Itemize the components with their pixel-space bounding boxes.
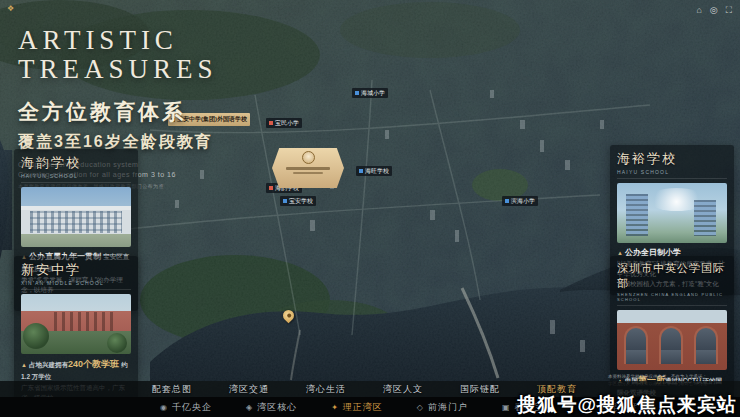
brand-ornament-icon: ❖	[7, 4, 14, 13]
school-marker-icon	[269, 121, 273, 125]
tab-living[interactable]: 湾心生活	[306, 383, 346, 396]
map-label[interactable]: 宝民小学	[266, 118, 302, 128]
tab-culture[interactable]: 湾区人文	[383, 383, 423, 396]
school-card-subtitle: HAIYU SCHOOL	[617, 169, 727, 179]
tab-transport[interactable]: 湾区交通	[229, 383, 269, 396]
school-card-subtitle: HAIYUN SCHOOL	[21, 173, 131, 183]
school-photo	[21, 187, 131, 247]
fullscreen-icon[interactable]: ⛶	[726, 5, 732, 16]
map-label[interactable]: 海旺学校	[356, 166, 392, 176]
hero-title-line1: ARTISTIC	[18, 26, 218, 55]
school-card-title: 海韵学校	[21, 154, 131, 172]
school-card-subtitle: XIN'AN MIDDLE SCHOOL	[21, 280, 131, 290]
sohu-watermark: 搜狐号@搜狐焦点来宾站	[517, 392, 737, 417]
school-marker-icon	[269, 186, 273, 190]
school-card-title: 深圳市中英公学国际部	[617, 261, 727, 291]
presentation-screen: ❖ ⌂ ◎ ⛶ ARTISTIC TREASURES 全方位教育体系 覆盖3至1…	[0, 0, 740, 417]
diamond-icon: ◈	[246, 403, 253, 412]
school-card-title: 新安中学	[21, 261, 131, 279]
badge-text-bar	[293, 172, 323, 174]
school-marker-icon	[359, 169, 363, 173]
nav-button-bay-core[interactable]: ◈湾区核心	[246, 401, 297, 414]
building-icon: ▣	[502, 403, 511, 412]
tab-international[interactable]: 国际链配	[460, 383, 500, 396]
project-badge[interactable]	[272, 148, 344, 188]
project-emblem-icon	[302, 151, 315, 164]
school-marker-icon	[283, 199, 287, 203]
nav-button-central-enterprise[interactable]: ◉千亿央企	[160, 401, 212, 414]
tab-overall-map[interactable]: 配套总图	[152, 383, 192, 396]
school-marker-icon	[505, 199, 509, 203]
badge-text-bar	[286, 167, 330, 170]
hero-title-line2: TREASURES	[18, 55, 218, 84]
nav-button-bay-active[interactable]: ✦理正湾区	[331, 401, 383, 414]
hero-title-en: ARTISTIC TREASURES	[18, 26, 218, 84]
school-photo	[21, 294, 131, 354]
map-label[interactable]: 滨海小学	[502, 196, 538, 206]
map-label[interactable]: 宝安学校	[280, 196, 316, 206]
map-label[interactable]: 海城小学	[352, 88, 388, 98]
globe-icon: ◉	[160, 403, 168, 412]
star-icon: ✦	[331, 403, 339, 412]
school-photo	[617, 183, 727, 243]
school-photo	[617, 310, 727, 370]
nav-button-qianhai-gateway[interactable]: ◇前海门户	[417, 401, 468, 414]
school-card-subtitle: SHENZHEN CHINA ENGLAND PUBLIC SCHOOL	[617, 292, 727, 306]
school-card-title: 海裕学校	[617, 150, 727, 168]
compass-icon[interactable]: ◎	[710, 5, 718, 16]
school-highlight-row: ▲占地兴建拥有240个教学班 约 1.2 万学位	[21, 358, 131, 383]
hero-heading: 全方位教育体系	[18, 98, 218, 126]
toolbar-top-right: ⌂ ◎ ⛶	[696, 5, 732, 16]
triangle-bullet-icon: ▲	[21, 362, 27, 368]
school-marker-icon	[355, 91, 359, 95]
drop-icon: ◇	[417, 403, 424, 412]
home-icon[interactable]: ⌂	[696, 5, 701, 16]
